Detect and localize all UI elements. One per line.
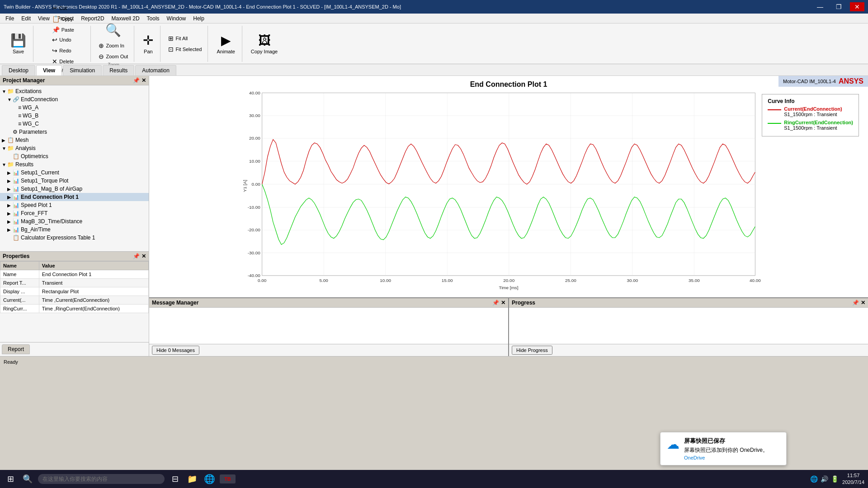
message-buttons: Hide 0 Messages	[149, 344, 508, 356]
prop-reporttype-value[interactable]: Transient	[39, 279, 148, 287]
menu-tools[interactable]: Tools	[143, 14, 163, 23]
tree-item-magb3d[interactable]: ▶ 📊 MagB_3D_Time/Distance	[0, 217, 149, 225]
battery-icon[interactable]: 🔋	[831, 475, 839, 483]
prop-row-name: Name End Connection Plot 1	[0, 270, 149, 279]
pan-button[interactable]: ✛ Pan	[140, 31, 156, 56]
tree-item-forcefft[interactable]: ▶ 📊 Force_FFT	[0, 209, 149, 217]
svg-text:-10.00: -10.00	[248, 205, 261, 210]
onedrive-text: 屏幕快照已保存 屏幕快照已添加到你的 OneDrive。 OneDrive	[684, 437, 768, 460]
tree-item-magbairgap[interactable]: ▶ 📊 Setup1_Mag_B of AirGap	[0, 185, 149, 193]
menu-help[interactable]: Help	[189, 14, 208, 23]
hide-messages-button[interactable]: Hide 0 Messages	[152, 346, 199, 355]
zoom-magnifier-button[interactable]: 🔍	[102, 20, 124, 41]
tab-desktop[interactable]: Desktop	[2, 65, 35, 75]
zoom-out-button[interactable]: ⊖ Zoom Out	[96, 52, 130, 61]
pan-icon: ✛	[143, 33, 153, 48]
task-view-icon[interactable]: ⊟	[168, 472, 182, 486]
taskbar-icons-area: 🌐 🔊 🔋	[810, 475, 839, 483]
tree-item-analysis[interactable]: ▼ 📁 Analysis	[0, 144, 149, 152]
toolbar-edit-group: ✂ Cut 📋 Copy 📌 Paste ↩ Undo ↪ Redo ✕	[35, 26, 91, 62]
toolbar-pan-group: ✛ Pan	[136, 26, 160, 62]
tab-simulation[interactable]: Simulation	[63, 65, 102, 75]
menu-edit[interactable]: Edit	[18, 14, 34, 23]
msg-close-icon[interactable]: ✕	[501, 300, 505, 306]
report-tab[interactable]: Report	[2, 344, 30, 354]
copy-button[interactable]: 📋 Copy	[50, 14, 76, 24]
tree-item-optimetrics[interactable]: 📋 Optimetrics	[0, 152, 149, 160]
tab-automation[interactable]: Automation	[135, 65, 176, 75]
taskbar-search-input[interactable]	[38, 474, 165, 484]
ansys-label: ANSYS	[839, 77, 863, 85]
search-button[interactable]: 🔍	[21, 472, 34, 486]
hide-progress-button[interactable]: Hide Progress	[512, 346, 552, 355]
tree-item-setup1current[interactable]: ▶ 📊 Setup1_Current	[0, 169, 149, 177]
tree-item-parameters[interactable]: ⚙ Parameters	[0, 128, 149, 136]
menu-file[interactable]: File	[2, 14, 18, 23]
properties-close-icon[interactable]: ✕	[142, 253, 146, 259]
redo-icon: ↪	[52, 47, 57, 54]
motor-cad-label: Motor-CAD IM_100L1-4	[783, 79, 836, 84]
tree-item-calctable[interactable]: 📋 Calculator Expressions Table 1	[0, 234, 149, 242]
progress-header: Progress 📌 ✕	[509, 298, 868, 308]
tree-item-wga[interactable]: ≡ WG_A	[0, 103, 149, 112]
prop-display-value[interactable]: Rectangular Plot	[39, 287, 148, 296]
zoom-in-button[interactable]: ⊕ Zoom In	[96, 41, 130, 51]
prop-name-value[interactable]: End Connection Plot 1	[39, 270, 148, 279]
close-panel-icon[interactable]: ✕	[142, 77, 146, 84]
tree-item-wgb[interactable]: ≡ WG_B	[0, 112, 149, 120]
prop-current-value[interactable]: Time ,Current(EndConnection)	[39, 296, 148, 305]
copy-image-button[interactable]: 🖼 Copy Image	[248, 31, 281, 56]
file-explorer-icon[interactable]: 📁	[185, 472, 199, 486]
msg-pin-icon[interactable]: 📌	[492, 300, 499, 306]
undo-button[interactable]: ↩ Undo	[50, 35, 76, 45]
animate-button[interactable]: ▶ Animate	[213, 31, 238, 56]
menu-window[interactable]: Window	[163, 14, 190, 23]
redo-button[interactable]: ↪ Redo	[50, 46, 76, 56]
maximize-button[interactable]: ❐	[831, 2, 846, 11]
properties-pin-icon[interactable]: 📌	[133, 253, 140, 259]
tree-item-mesh[interactable]: ▶ 📋 Mesh	[0, 136, 149, 144]
volume-icon[interactable]: 🔊	[821, 475, 828, 483]
svg-text:35.00: 35.00	[689, 278, 700, 283]
toolbar-fit-group: ⊞ Fit All ⊡ Fit Selected	[162, 26, 208, 62]
tab-view[interactable]: View	[36, 65, 62, 75]
progress-pin-icon[interactable]: 📌	[852, 300, 859, 306]
prop-ringcurr-value[interactable]: Time ,RingCurrent(EndConnection)	[39, 305, 148, 313]
zoom-out-icon: ⊖	[99, 53, 104, 60]
tree-item-results[interactable]: ▼ 📁 Results	[0, 160, 149, 169]
minimize-button[interactable]: —	[812, 2, 828, 11]
ansys-app-icon: TB	[224, 476, 231, 482]
ansys-taskbar-app[interactable]: TB	[220, 474, 236, 483]
start-button[interactable]: ⊞	[4, 472, 17, 486]
progress-close-icon[interactable]: ✕	[861, 300, 865, 306]
zoom-in-icon: ⊕	[99, 42, 104, 49]
fit-selected-button[interactable]: ⊡ Fit Selected	[166, 44, 204, 54]
main-layout: Project Manager 📌 ✕ ▼ 📁 Excitations ▼ 🔗 …	[0, 76, 868, 356]
prop-row-reporttype: Report T... Transient	[0, 279, 149, 287]
svg-text:10.00: 10.00	[249, 159, 260, 164]
cut-button[interactable]: ✂ Cut	[50, 3, 76, 13]
chrome-icon[interactable]: 🌐	[203, 472, 216, 486]
tree-item-speedplot1[interactable]: ▶ 📊 Speed Plot 1	[0, 201, 149, 209]
properties-controls: 📌 ✕	[133, 253, 146, 259]
paste-button[interactable]: 📌 Paste	[50, 25, 76, 35]
project-tree: ▼ 📁 Excitations ▼ 🔗 EndConnection ≡ WG_A	[0, 85, 149, 251]
tree-item-torqueplot[interactable]: ▶ 📊 Setup1_Torque Plot	[0, 177, 149, 185]
fit-all-button[interactable]: ⊞ Fit All	[166, 33, 204, 43]
status-bar: Ready	[0, 356, 868, 367]
network-icon[interactable]: 🌐	[810, 475, 818, 483]
tree-item-endconnection[interactable]: ▼ 🔗 EndConnection	[0, 95, 149, 103]
tab-results[interactable]: Results	[103, 65, 134, 75]
col-name-header: Name	[0, 262, 39, 270]
pin-icon[interactable]: 📌	[133, 77, 140, 84]
tree-item-endconnectionplot1[interactable]: ▶ 📊 End Connection Plot 1	[0, 193, 149, 201]
bottom-panels: Message Manager 📌 ✕ Hide 0 Messages Prog…	[149, 297, 868, 356]
red-curve-line	[768, 109, 781, 110]
onedrive-brand: OneDrive	[684, 455, 768, 460]
close-button[interactable]: ✕	[850, 2, 864, 11]
tree-item-excitations[interactable]: ▼ 📁 Excitations	[0, 87, 149, 95]
tree-item-wgc[interactable]: ≡ WG_C	[0, 120, 149, 128]
fit-selected-icon: ⊡	[168, 46, 174, 53]
tree-item-bgairtime[interactable]: ▶ 📊 Bg_Air/Time	[0, 225, 149, 234]
save-button[interactable]: 💾 Save	[7, 31, 29, 56]
